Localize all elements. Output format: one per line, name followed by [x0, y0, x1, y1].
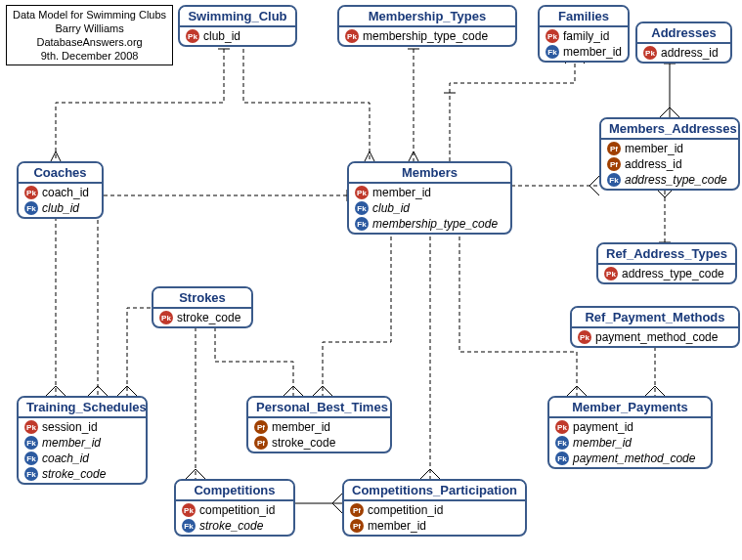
entity-member-payments: Member_Payments Pkpayment_idFkmember_idF… [547, 396, 713, 469]
field-name: address_type_code [625, 173, 727, 187]
entity-members: Members Pkmember_idFkclub_idFkmembership… [347, 161, 512, 235]
field-name: session_id [42, 420, 98, 434]
pk-key-icon: Pk [555, 420, 569, 434]
pk-key-icon: Pk [159, 311, 173, 324]
field-row: Pfmember_id [252, 419, 386, 435]
pf-key-icon: Pf [350, 503, 364, 517]
entity-coaches: Coaches Pkcoach_idFkclub_id [17, 161, 104, 219]
meta-line-3: DatabaseAnswers.org [13, 35, 166, 49]
fk-key-icon: Fk [182, 519, 196, 533]
field-name: club_id [42, 201, 79, 215]
entity-title: Training_Schedules [19, 398, 146, 418]
entity-membership-types: Membership_Types Pkmembership_type_code [337, 5, 517, 47]
field-name: member_id [625, 142, 683, 155]
entity-members-addresses: Members_Addresses Pfmember_idPfaddress_i… [599, 117, 740, 191]
field-name: stroke_code [199, 519, 263, 533]
fk-key-icon: Fk [355, 217, 369, 231]
meta-line-4: 9th. December 2008 [13, 49, 166, 63]
pf-key-icon: Pf [254, 420, 268, 434]
field-name: member_id [368, 519, 426, 533]
entity-title: Member_Payments [549, 398, 711, 418]
field-name: family_id [563, 29, 609, 43]
pk-key-icon: Pk [24, 186, 38, 199]
pk-key-icon: Pk [546, 29, 559, 43]
field-row: Fkmember_id [553, 435, 707, 451]
field-row: Fkpayment_method_code [553, 451, 707, 466]
fk-key-icon: Fk [546, 45, 559, 59]
field-name: address_type_code [622, 267, 724, 280]
field-row: Pkclub_id [184, 28, 291, 44]
pk-key-icon: Pk [355, 186, 369, 199]
field-row: Fkclub_id [22, 200, 98, 216]
pk-key-icon: Pk [24, 420, 38, 434]
field-row: Fkcoach_id [22, 451, 142, 466]
fk-key-icon: Fk [607, 173, 621, 187]
field-row: Fkmember_id [544, 44, 624, 60]
field-row: Pkpayment_id [553, 419, 707, 435]
field-name: competition_id [199, 503, 275, 517]
field-row: Fkstroke_code [22, 466, 142, 482]
fk-key-icon: Fk [24, 436, 38, 450]
field-row: Fkaddress_type_code [605, 172, 734, 188]
pk-key-icon: Pk [182, 503, 196, 517]
field-name: address_id [661, 46, 719, 60]
entity-title: Coaches [19, 163, 102, 184]
fk-key-icon: Fk [555, 452, 569, 465]
field-name: member_id [573, 436, 632, 450]
field-row: Fkmember_id [22, 435, 142, 451]
pk-key-icon: Pk [578, 330, 591, 344]
field-row: Pkaddress_type_code [602, 266, 731, 281]
field-row: Pkcompetition_id [180, 502, 289, 518]
field-name: member_id [563, 45, 622, 59]
field-row: Pkstroke_code [157, 310, 247, 325]
entity-addresses: Addresses Pkaddress_id [635, 22, 732, 64]
entity-swimming-club: Swimming_Club Pkclub_id [178, 5, 297, 47]
fk-key-icon: Fk [555, 436, 569, 450]
field-row: Pfaddress_id [605, 156, 734, 172]
field-name: coach_id [42, 452, 89, 465]
entity-title: Ref_Payment_Methods [572, 308, 738, 328]
field-row: Fkmembership_type_code [353, 216, 506, 232]
field-name: membership_type_code [363, 29, 488, 43]
field-name: coach_id [42, 186, 89, 199]
entity-competitions: Competitions Pkcompetition_idFkstroke_co… [174, 479, 295, 537]
entity-title: Families [540, 7, 628, 27]
meta-line-2: Barry Williams [13, 22, 166, 35]
field-row: Pkmembership_type_code [343, 28, 511, 44]
field-name: payment_id [573, 420, 633, 434]
field-name: club_id [203, 29, 240, 43]
entity-title: Addresses [637, 23, 730, 44]
fk-key-icon: Fk [24, 452, 38, 465]
diagram-meta-box: Data Model for Swimming Clubs Barry Will… [6, 5, 173, 65]
field-row: Fkstroke_code [180, 518, 289, 534]
field-row: Pkmember_id [353, 185, 506, 200]
field-name: member_id [272, 420, 330, 434]
field-row: Pfcompetition_id [348, 502, 521, 518]
field-name: competition_id [368, 503, 443, 517]
field-name: stroke_code [42, 467, 106, 481]
field-name: club_id [372, 201, 410, 215]
field-row: Pkcoach_id [22, 185, 98, 200]
entity-title: Competitions_Participation [344, 481, 525, 501]
field-row: Pkpayment_method_code [576, 329, 734, 345]
entity-title: Members [349, 163, 510, 184]
field-name: stroke_code [272, 436, 335, 450]
entity-strokes: Strokes Pkstroke_code [152, 286, 253, 328]
entity-competitions-participation: Competitions_Participation Pfcompetition… [342, 479, 527, 537]
entity-title: Personal_Best_Times [248, 398, 390, 418]
field-row: Pksession_id [22, 419, 142, 435]
entity-ref-payment-methods: Ref_Payment_Methods Pkpayment_method_cod… [570, 306, 740, 348]
pf-key-icon: Pf [350, 519, 364, 533]
field-name: stroke_code [177, 311, 240, 324]
pf-key-icon: Pf [607, 142, 621, 155]
field-row: Fkclub_id [353, 200, 506, 216]
field-row: Pfmember_id [348, 518, 521, 534]
pk-key-icon: Pk [345, 29, 359, 43]
entity-title: Ref_Address_Types [598, 244, 735, 265]
field-row: Pfmember_id [605, 141, 734, 156]
pf-key-icon: Pf [254, 436, 268, 450]
field-name: membership_type_code [372, 217, 498, 231]
entity-personal-best-times: Personal_Best_Times Pfmember_idPfstroke_… [246, 396, 392, 453]
entity-training-schedules: Training_Schedules Pksession_idFkmember_… [17, 396, 148, 485]
entity-families: Families Pkfamily_idFkmember_id [538, 5, 630, 63]
